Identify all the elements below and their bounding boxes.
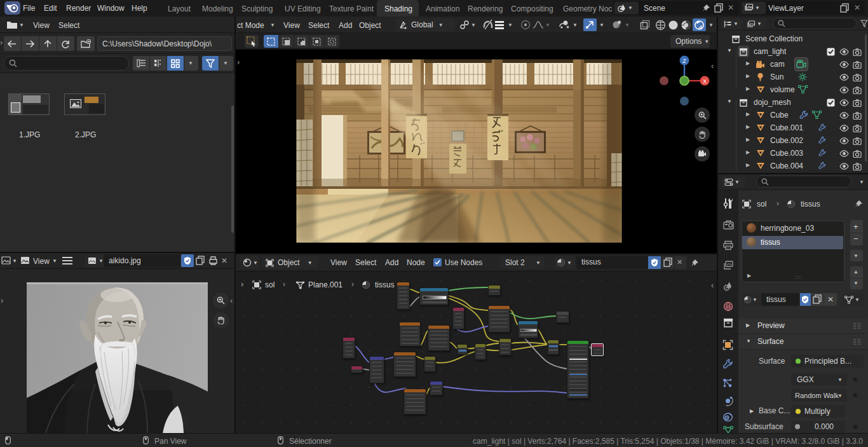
svg-text:X: X (703, 78, 707, 85)
svg-text:Z: Z (682, 58, 686, 64)
